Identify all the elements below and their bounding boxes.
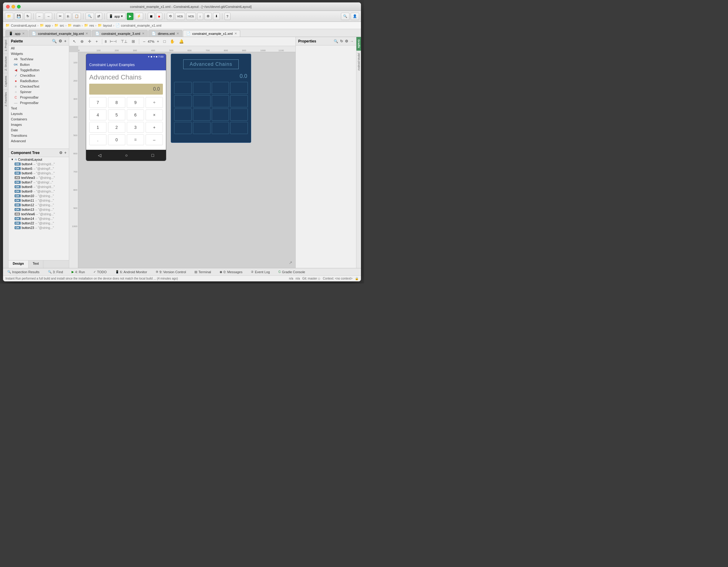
bp-btn-11[interactable] <box>212 109 229 121</box>
vcs2-button[interactable]: VCS <box>186 13 196 20</box>
tab-app-close[interactable]: ✕ <box>22 32 25 35</box>
gradle-console-tab[interactable]: G Gradle Console <box>277 270 307 275</box>
bp-btn-4[interactable] <box>230 82 248 94</box>
calc-btn-dot[interactable]: . <box>89 134 106 145</box>
calc-btn-mul[interactable]: × <box>146 110 163 120</box>
palette-item-spinner[interactable]: ○ Spinner <box>8 89 69 95</box>
add-tool[interactable]: + <box>94 39 99 44</box>
notifications-button[interactable]: 🔔 <box>178 39 185 44</box>
bp-btn-1[interactable] <box>174 82 192 94</box>
minimize-button[interactable] <box>12 5 15 8</box>
close-button[interactable] <box>6 5 10 8</box>
copy-button[interactable]: ⎘ <box>65 13 71 20</box>
folder-button[interactable]: 📁 <box>5 13 13 20</box>
search-palette-icon[interactable]: 🔍 <box>52 39 57 43</box>
zoom-out-button[interactable]: – <box>142 39 147 44</box>
palette-item-textview[interactable]: Ab TextView <box>8 56 69 62</box>
device-toggle[interactable]: □ <box>162 39 167 44</box>
tree-textview6[interactable]: Ab textView6 – "@string..." <box>8 212 69 216</box>
run-tab[interactable]: ▶ 4: Run <box>70 270 87 275</box>
search-props-icon[interactable]: 🔍 <box>334 39 338 43</box>
palette-cat-transitions[interactable]: Transitions <box>8 133 69 138</box>
pan-tool[interactable]: ✋ <box>169 39 176 44</box>
comp-tree-add-icon[interactable]: + <box>64 151 66 155</box>
bp-btn-2[interactable] <box>193 82 211 94</box>
bc-app[interactable]: app <box>45 24 51 27</box>
tree-button12[interactable]: OK button12 – "@string..." <box>8 203 69 207</box>
maximize-button[interactable] <box>17 5 21 8</box>
recent-nav-icon[interactable]: □ <box>151 153 154 158</box>
bc-filename[interactable]: constraint_example_x1.xml <box>121 24 161 27</box>
align-c-tool[interactable]: ⊞ <box>130 39 136 44</box>
download-button[interactable]: ⬇ <box>213 13 220 20</box>
paste-button[interactable]: 📋 <box>72 13 81 20</box>
palette-cat-date[interactable]: Date <box>8 127 69 133</box>
palette-cat-images[interactable]: Images <box>8 122 69 127</box>
terminal-tab[interactable]: ▤ Terminal <box>193 270 213 275</box>
tab-example3-close[interactable]: ✕ <box>142 32 144 35</box>
settings-palette-icon[interactable]: ⚙ <box>59 39 62 43</box>
bp-btn-8[interactable] <box>230 95 248 107</box>
vcs-button[interactable]: VCS <box>175 13 185 20</box>
tab-dimens[interactable]: 📄 dimens.xml ✕ <box>148 30 182 37</box>
palette-cat-advanced[interactable]: Advanced <box>8 138 69 144</box>
favorites-tab[interactable]: 2: Favorites <box>3 89 8 109</box>
bp-btn-7[interactable] <box>212 95 229 107</box>
text-tab[interactable]: Text <box>29 261 43 268</box>
calc-btn-4[interactable]: 4 <box>89 110 106 120</box>
palette-cat-widgets[interactable]: Widgets <box>8 51 69 56</box>
tree-button23[interactable]: OK button23 – "@string..." <box>8 225 69 230</box>
bp-btn-6[interactable] <box>193 95 211 107</box>
bp-btn-10[interactable] <box>193 109 211 121</box>
resize-handle[interactable]: ↗ <box>289 260 292 265</box>
tree-button8[interactable]: OK button8 – "@string/d..." <box>8 184 69 189</box>
calc-btn-8[interactable]: 8 <box>108 97 125 108</box>
bp-btn-14[interactable] <box>193 122 211 134</box>
android-monitor-tab[interactable]: 📱 6: Android Monitor <box>113 270 149 275</box>
messages-tab[interactable]: ◉ 0: Messages <box>218 270 244 275</box>
calc-btn-2[interactable]: 2 <box>108 122 125 133</box>
user-button[interactable]: 👤 <box>351 13 359 20</box>
home-nav-icon[interactable]: ○ <box>125 153 128 158</box>
cut-button[interactable]: ✂ <box>57 13 64 20</box>
palette-item-togglebutton[interactable]: ◀ ToggleButton <box>8 67 69 73</box>
magnet-tool[interactable]: ⊕ <box>79 39 85 44</box>
android-model-tab[interactable]: Android Model <box>357 51 361 73</box>
palette-item-radiobutton[interactable]: ● RadioButton <box>8 78 69 84</box>
find-tab[interactable]: 🔍 3: Find <box>46 270 65 275</box>
event-log-tab[interactable]: ② Event Log <box>249 270 272 275</box>
settings-button[interactable]: ⚙ <box>204 13 212 20</box>
palette-item-progressbar2[interactable]: — ProgressBar <box>8 100 69 106</box>
calc-btn-9[interactable]: 9 <box>127 97 144 108</box>
palette-cat-containers[interactable]: Containers <box>8 117 69 122</box>
comp-tree-settings-icon[interactable]: ⚙ <box>59 151 62 155</box>
tree-button6[interactable]: OK button6 – "@string/s..." <box>8 171 69 175</box>
tab-example3[interactable]: 📄 constraint_example_3.xml ✕ <box>92 30 148 37</box>
tree-textview3[interactable]: Ab textView3 – "@string..." <box>8 175 69 180</box>
tab-app[interactable]: 📱 app ✕ <box>5 30 28 37</box>
version-control-tab[interactable]: ⑨ 9: Version Control <box>154 270 188 275</box>
captures-tab[interactable]: Captures <box>3 73 8 89</box>
palette-cat-layouts[interactable]: Layouts <box>8 111 69 117</box>
close-props-icon[interactable]: → <box>350 39 354 43</box>
sync-button[interactable]: ⟲ <box>167 13 174 20</box>
inspection-tab[interactable]: 🔍 Inspection Results <box>5 270 41 275</box>
replace-button[interactable]: ⇄ <box>95 13 102 20</box>
tab-dimens-close[interactable]: ✕ <box>177 32 179 35</box>
calc-btn-3[interactable]: 3 <box>127 122 144 133</box>
bp-btn-16[interactable] <box>230 122 248 134</box>
todo-tab[interactable]: ✓ TODO <box>92 270 109 275</box>
bc-constraintlayout[interactable]: ConstraintLayout <box>11 24 36 27</box>
tab-constraintset-close[interactable]: ✕ <box>86 32 88 35</box>
search-toolbar-button[interactable]: 🔍 <box>341 13 349 20</box>
palette-cat-text[interactable]: Text <box>8 106 69 111</box>
share-button[interactable]: ↑ <box>197 13 203 20</box>
refresh-props-icon[interactable]: ↻ <box>340 39 343 43</box>
tree-button13[interactable]: OK button13 – "@string..." <box>8 207 69 212</box>
palette-item-checkedtext[interactable]: ≡ CheckedText <box>8 84 69 89</box>
palette-cat-all[interactable]: All <box>8 46 69 51</box>
bc-res[interactable]: res <box>89 24 94 27</box>
bp-btn-15[interactable] <box>212 122 229 134</box>
calc-btn-5[interactable]: 5 <box>108 110 125 120</box>
refresh-button[interactable]: ↻ <box>24 13 31 20</box>
